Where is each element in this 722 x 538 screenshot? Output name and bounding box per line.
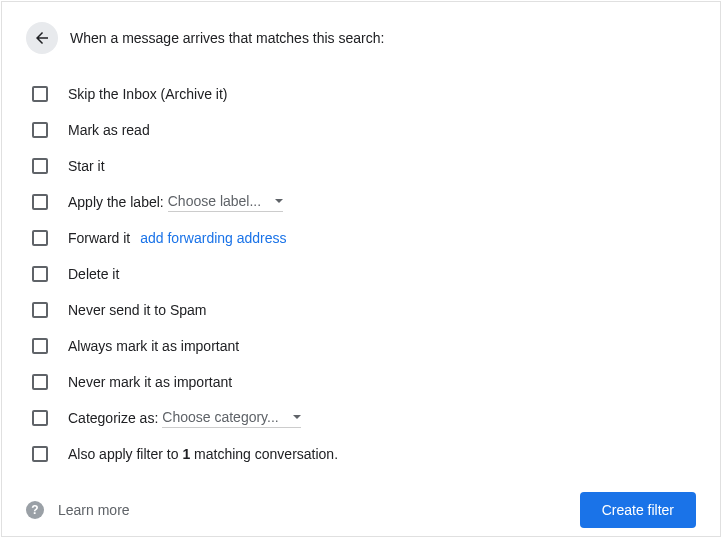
- category-dropdown-text: Choose category...: [162, 409, 278, 425]
- label-categorize: Categorize as:: [68, 410, 158, 426]
- label-apply-label: Apply the label:: [68, 194, 164, 210]
- help-icon[interactable]: ?: [26, 501, 44, 519]
- checkbox-apply-label[interactable]: [32, 194, 48, 210]
- header-row: When a message arrives that matches this…: [26, 22, 696, 54]
- chevron-down-icon: [293, 415, 301, 419]
- checkbox-always-important[interactable]: [32, 338, 48, 354]
- label-mark-read: Mark as read: [68, 122, 150, 138]
- label-never-important: Never mark it as important: [68, 374, 232, 390]
- label-also-apply: Also apply filter to 1 matching conversa…: [68, 446, 338, 462]
- checkbox-star[interactable]: [32, 158, 48, 174]
- label-star: Star it: [68, 158, 105, 174]
- checkbox-never-important[interactable]: [32, 374, 48, 390]
- add-forwarding-link[interactable]: add forwarding address: [140, 230, 286, 246]
- label-dropdown[interactable]: Choose label...: [168, 193, 283, 212]
- option-always-important: Always mark it as important: [26, 328, 696, 364]
- chevron-down-icon: [275, 199, 283, 203]
- option-apply-label: Apply the label: Choose label...: [26, 184, 696, 220]
- option-delete: Delete it: [26, 256, 696, 292]
- label-delete: Delete it: [68, 266, 119, 282]
- option-never-important: Never mark it as important: [26, 364, 696, 400]
- option-never-spam: Never send it to Spam: [26, 292, 696, 328]
- checkbox-also-apply[interactable]: [32, 446, 48, 462]
- arrow-left-icon: [33, 29, 51, 47]
- option-also-apply: Also apply filter to 1 matching conversa…: [26, 436, 696, 472]
- label-never-spam: Never send it to Spam: [68, 302, 207, 318]
- option-mark-read: Mark as read: [26, 112, 696, 148]
- label-forward: Forward it: [68, 230, 130, 246]
- checkbox-skip-inbox[interactable]: [32, 86, 48, 102]
- checkbox-mark-read[interactable]: [32, 122, 48, 138]
- checkbox-delete[interactable]: [32, 266, 48, 282]
- label-always-important: Always mark it as important: [68, 338, 239, 354]
- checkbox-forward[interactable]: [32, 230, 48, 246]
- category-dropdown[interactable]: Choose category...: [162, 409, 300, 428]
- footer: ? Learn more Create filter: [26, 472, 696, 528]
- checkbox-categorize[interactable]: [32, 410, 48, 426]
- checkbox-never-spam[interactable]: [32, 302, 48, 318]
- also-apply-prefix: Also apply filter to: [68, 446, 182, 462]
- options-list: Skip the Inbox (Archive it) Mark as read…: [26, 76, 696, 472]
- label-skip-inbox: Skip the Inbox (Archive it): [68, 86, 228, 102]
- footer-left: ? Learn more: [26, 501, 130, 519]
- option-categorize: Categorize as: Choose category...: [26, 400, 696, 436]
- label-dropdown-text: Choose label...: [168, 193, 261, 209]
- also-apply-suffix: matching conversation.: [190, 446, 338, 462]
- option-forward: Forward it add forwarding address: [26, 220, 696, 256]
- filter-actions-panel: When a message arrives that matches this…: [1, 1, 721, 537]
- learn-more-link[interactable]: Learn more: [58, 502, 130, 518]
- back-button[interactable]: [26, 22, 58, 54]
- option-star: Star it: [26, 148, 696, 184]
- option-skip-inbox: Skip the Inbox (Archive it): [26, 76, 696, 112]
- header-title: When a message arrives that matches this…: [70, 30, 384, 46]
- create-filter-button[interactable]: Create filter: [580, 492, 696, 528]
